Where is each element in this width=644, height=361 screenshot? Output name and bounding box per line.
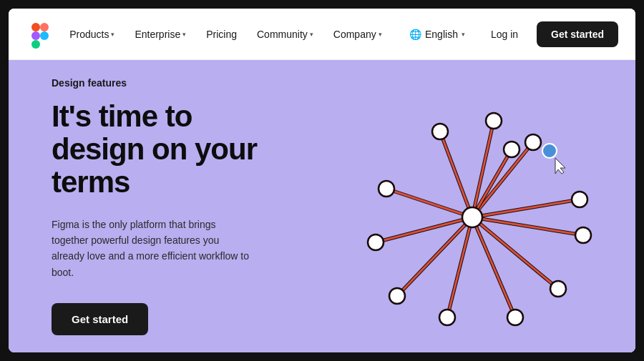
svg-point-38 — [379, 181, 394, 197]
svg-rect-4 — [31, 40, 40, 49]
svg-point-34 — [507, 310, 523, 325]
login-button[interactable]: Log in — [478, 21, 531, 47]
outer-frame: Products ▾ Enterprise ▾ Pricing Communit… — [0, 0, 644, 361]
hero-illustration — [309, 60, 635, 352]
nav-community-arrow: ▾ — [310, 31, 313, 38]
nav-enterprise-label: Enterprise — [135, 29, 180, 40]
nav-community-label: Community — [257, 29, 308, 40]
svg-point-39 — [432, 124, 448, 139]
svg-line-14 — [472, 217, 515, 317]
hero-section: Design features It's time to design on y… — [9, 60, 635, 352]
nav-products-label: Products — [69, 29, 109, 40]
svg-line-24 — [440, 132, 472, 217]
spokes-illustration — [336, 78, 608, 335]
hero-content: Design features It's time to design on y… — [9, 60, 309, 352]
svg-point-33 — [550, 281, 566, 297]
navbar-actions: 🌐 English ▾ Log in Get started — [402, 21, 618, 47]
svg-line-22 — [386, 189, 472, 217]
nav-pricing[interactable]: Pricing — [196, 23, 247, 46]
nav-company-arrow: ▾ — [379, 31, 382, 38]
hero-description: Figma is the only platform that brings t… — [52, 217, 252, 281]
svg-point-32 — [575, 227, 591, 243]
figma-logo[interactable] — [26, 20, 54, 49]
svg-line-20 — [376, 217, 472, 242]
nav-products[interactable]: Products ▾ — [59, 23, 125, 46]
svg-point-40 — [486, 113, 502, 129]
inner-frame: Products ▾ Enterprise ▾ Pricing Communit… — [9, 9, 635, 352]
globe-icon: 🌐 — [409, 29, 421, 40]
svg-point-29 — [462, 207, 482, 227]
svg-line-8 — [472, 199, 580, 217]
hero-cta-button[interactable]: Get started — [52, 303, 148, 335]
navbar-nav: Products ▾ Enterprise ▾ Pricing Communit… — [59, 23, 392, 46]
hero-title: It's time to design on your terms — [52, 100, 273, 199]
get-started-nav-button[interactable]: Get started — [537, 21, 618, 47]
svg-point-30 — [525, 134, 541, 150]
navbar: Products ▾ Enterprise ▾ Pricing Communit… — [9, 9, 635, 60]
svg-rect-3 — [40, 31, 49, 40]
svg-rect-1 — [40, 23, 49, 31]
svg-rect-0 — [31, 23, 40, 31]
svg-rect-2 — [31, 31, 40, 40]
svg-point-42 — [542, 144, 557, 158]
nav-company[interactable]: Company ▾ — [323, 23, 392, 46]
svg-point-41 — [504, 142, 519, 157]
nav-enterprise[interactable]: Enterprise ▾ — [125, 23, 196, 46]
language-selector[interactable]: 🌐 English ▾ — [402, 23, 472, 46]
svg-point-37 — [368, 234, 384, 250]
lang-label: English — [425, 29, 458, 40]
svg-point-31 — [572, 192, 587, 207]
svg-point-36 — [389, 288, 405, 304]
cursor-icon — [542, 144, 565, 174]
svg-point-35 — [439, 310, 455, 325]
nav-company-label: Company — [333, 29, 376, 40]
hero-label: Design features — [52, 77, 273, 89]
nav-products-arrow: ▾ — [111, 31, 114, 38]
nav-enterprise-arrow: ▾ — [182, 31, 186, 38]
nav-community[interactable]: Community ▾ — [247, 23, 323, 46]
lang-arrow: ▾ — [462, 31, 465, 38]
nav-pricing-label: Pricing — [206, 29, 237, 40]
svg-marker-43 — [555, 158, 565, 174]
